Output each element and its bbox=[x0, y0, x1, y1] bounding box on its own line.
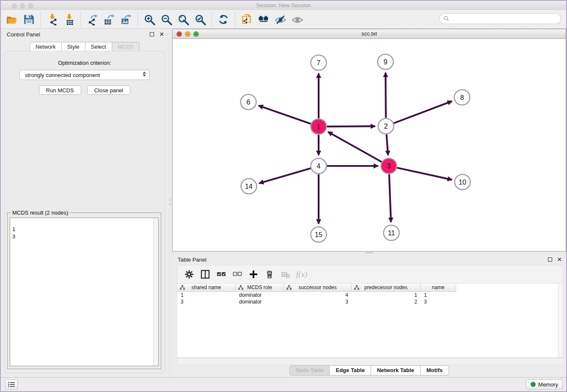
graph-node-8[interactable]: 8 bbox=[454, 90, 470, 105]
table-cell[interactable]: 3 bbox=[177, 298, 236, 305]
close-panel-button[interactable]: Close panel bbox=[87, 86, 131, 95]
tab-style[interactable]: Style bbox=[62, 42, 85, 52]
show-selected-button[interactable] bbox=[289, 12, 306, 27]
zoom-selected-button[interactable] bbox=[192, 12, 209, 27]
sort-icon[interactable] bbox=[286, 285, 292, 290]
float-table-panel-icon[interactable] bbox=[548, 257, 552, 262]
import-table-button[interactable] bbox=[61, 12, 77, 27]
graph-node-1[interactable]: 1 bbox=[311, 119, 327, 134]
hide-selected-button[interactable] bbox=[272, 12, 289, 27]
network-maximize-icon[interactable]: + bbox=[193, 31, 199, 37]
minimize-window-icon[interactable] bbox=[20, 3, 25, 8]
settings-gear-button[interactable] bbox=[182, 268, 196, 281]
edge-2-9[interactable] bbox=[385, 73, 386, 118]
criterion-dropdown[interactable]: strongly connected component bbox=[19, 70, 150, 80]
column-header-predecessor-nodes[interactable]: predecessor nodes bbox=[352, 284, 421, 292]
clone-network-button[interactable] bbox=[238, 12, 255, 27]
maximize-window-icon[interactable] bbox=[28, 3, 33, 8]
table-row[interactable]: 3dominator323 bbox=[177, 298, 563, 305]
search-box[interactable] bbox=[439, 13, 561, 24]
column-view-button[interactable] bbox=[198, 268, 212, 281]
graph-node-3[interactable]: 3 bbox=[381, 158, 397, 174]
unselect-all-button[interactable] bbox=[231, 268, 244, 281]
edge-1-6[interactable] bbox=[259, 105, 311, 124]
export-image-button[interactable] bbox=[118, 12, 135, 27]
result-scrollbar[interactable] bbox=[153, 218, 158, 366]
table-vertical-scrollbar[interactable] bbox=[558, 284, 563, 357]
tab-network-table[interactable]: Network Table bbox=[371, 365, 421, 375]
graph-node-14[interactable]: 14 bbox=[241, 179, 257, 194]
open-button[interactable] bbox=[3, 12, 20, 27]
tab-edge-table[interactable]: Edge Table bbox=[330, 365, 371, 375]
tab-node-table[interactable]: Node Table bbox=[289, 365, 330, 375]
tab-network[interactable]: Network bbox=[30, 42, 62, 52]
tab-select[interactable]: Select bbox=[85, 42, 112, 52]
zoom-out-button[interactable] bbox=[158, 12, 175, 27]
mcds-result-list[interactable]: 1 3 bbox=[10, 218, 159, 366]
table-cell[interactable]: 1 bbox=[421, 292, 456, 298]
graph-node-2[interactable]: 2 bbox=[378, 119, 394, 134]
add-column-button[interactable] bbox=[247, 268, 260, 281]
save-button[interactable] bbox=[20, 12, 37, 27]
edge-3-11[interactable] bbox=[389, 174, 391, 222]
network-close-icon[interactable]: ✕ bbox=[176, 31, 182, 37]
table-cell[interactable]: dominator bbox=[236, 298, 284, 305]
graph-node-10[interactable]: 10 bbox=[455, 174, 471, 190]
graph-node-11[interactable]: 11 bbox=[384, 225, 399, 240]
network-graph[interactable]: 7 9 6 8 1 2 4 3 14 10 15 11 bbox=[173, 39, 566, 251]
delete-column-button[interactable] bbox=[263, 268, 276, 281]
svg-text:3: 3 bbox=[387, 163, 391, 170]
edge-2-3[interactable] bbox=[386, 134, 388, 155]
graph-node-7[interactable]: 7 bbox=[311, 55, 327, 70]
network-minimize-icon[interactable]: − bbox=[185, 31, 190, 37]
graph-node-15[interactable]: 15 bbox=[311, 227, 327, 242]
select-all-button[interactable] bbox=[215, 268, 228, 281]
sort-icon[interactable] bbox=[180, 285, 185, 290]
column-header-shared-name[interactable]: shared name bbox=[177, 284, 236, 292]
export-table-button[interactable] bbox=[101, 12, 118, 27]
graph-node-4[interactable]: 4 bbox=[311, 158, 327, 174]
float-panel-icon[interactable] bbox=[150, 32, 154, 36]
table-cell[interactable]: 3 bbox=[284, 298, 352, 305]
table-cell[interactable]: 4 bbox=[284, 292, 352, 298]
show-all-networks-button[interactable] bbox=[255, 12, 272, 27]
sort-icon[interactable] bbox=[354, 285, 359, 290]
column-header-name[interactable]: name bbox=[421, 284, 456, 292]
tab-motifs[interactable]: Motifs bbox=[421, 365, 449, 375]
run-mcds-button[interactable]: Run MCDS bbox=[39, 86, 81, 95]
graph-node-9[interactable]: 9 bbox=[378, 54, 394, 69]
table-cell[interactable]: 3 bbox=[421, 298, 456, 305]
edge-2-8[interactable] bbox=[394, 101, 452, 123]
refresh-button[interactable] bbox=[215, 12, 232, 27]
zoom-fit-button[interactable] bbox=[175, 12, 192, 27]
edge-4-14[interactable] bbox=[259, 168, 311, 183]
edge-3-1[interactable] bbox=[328, 132, 382, 162]
import-network-button[interactable] bbox=[44, 12, 61, 27]
task-history-button[interactable] bbox=[5, 379, 18, 389]
sort-icon[interactable] bbox=[238, 285, 243, 290]
close-table-panel-icon[interactable]: ✕ bbox=[557, 257, 562, 262]
table-cell[interactable]: 2 bbox=[352, 298, 421, 305]
network-canvas[interactable]: 7 9 6 8 1 2 4 3 14 10 15 11 bbox=[173, 39, 566, 251]
edge-1-2[interactable] bbox=[327, 126, 375, 127]
table-cell[interactable]: 1 bbox=[177, 292, 236, 298]
memory-button[interactable]: Memory bbox=[526, 379, 563, 389]
svg-text:10: 10 bbox=[459, 179, 466, 186]
table-cell[interactable]: 1 bbox=[352, 292, 421, 298]
table-panel-title: Table Panel bbox=[178, 257, 206, 263]
column-header-successor-nodes[interactable]: successor nodes bbox=[284, 284, 352, 292]
zoom-in-button[interactable] bbox=[141, 12, 158, 27]
search-input[interactable] bbox=[449, 16, 561, 22]
vertical-splitter[interactable] bbox=[168, 29, 172, 377]
column-header-MCDS-role[interactable]: MCDS role bbox=[236, 284, 284, 292]
close-window-icon[interactable] bbox=[12, 3, 17, 8]
network-window-titlebar[interactable]: ✕ − + scc.txt bbox=[173, 29, 566, 39]
table-horizontal-scrollbar[interactable] bbox=[177, 358, 563, 365]
export-network-button[interactable] bbox=[84, 12, 101, 27]
graph-node-6[interactable]: 6 bbox=[241, 94, 256, 110]
table-cell[interactable]: dominator bbox=[236, 292, 284, 298]
edge-3-10[interactable] bbox=[397, 168, 452, 179]
close-panel-icon[interactable]: ✕ bbox=[159, 31, 164, 37]
tab-mcds[interactable]: MCDS bbox=[112, 42, 140, 52]
table-row[interactable]: 1dominator411 bbox=[177, 292, 563, 298]
